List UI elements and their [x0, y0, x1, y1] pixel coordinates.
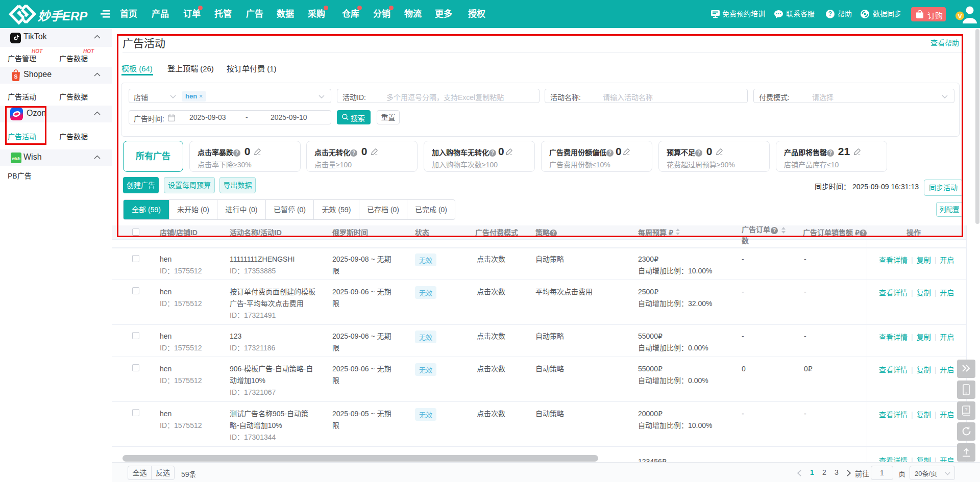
svg-text:S: S	[14, 73, 17, 80]
svg-text:V: V	[958, 12, 962, 20]
svg-text:wish: wish	[11, 156, 20, 161]
svg-text:?: ?	[965, 407, 967, 412]
